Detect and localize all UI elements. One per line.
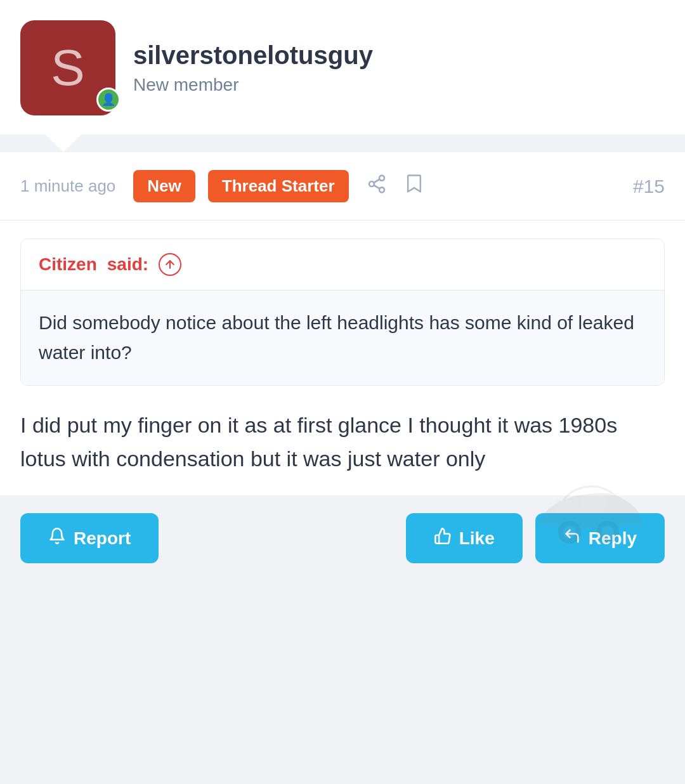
svg-line-3 — [374, 185, 379, 188]
avatar-letter: S — [51, 39, 84, 97]
post-text-wrapper: I did put my finger on it as at first gl… — [20, 408, 665, 475]
triangle-wrapper — [0, 134, 685, 152]
badge-new[interactable]: New — [133, 170, 195, 202]
header-bottom — [0, 115, 685, 134]
avatar-wrapper: S 👤 — [20, 20, 115, 115]
bell-icon — [48, 527, 66, 549]
quote-block: Citizen said: Did somebody notice about … — [20, 238, 665, 386]
like-label: Like — [459, 528, 495, 549]
like-button[interactable]: Like — [406, 513, 523, 563]
username: silverstonelotusguy — [133, 41, 373, 70]
svg-rect-10 — [579, 495, 604, 509]
post-meta: 1 minute ago New Thread Starter #15 — [0, 152, 685, 221]
svg-point-7 — [563, 526, 576, 539]
share-icon[interactable] — [367, 174, 387, 199]
meta-icons — [367, 174, 424, 199]
post-content: Citizen said: Did somebody notice about … — [0, 221, 685, 495]
badge-thread-starter[interactable]: Thread Starter — [208, 170, 349, 202]
quote-said-label: said: — [107, 254, 148, 275]
quote-text: Did somebody notice about the left headl… — [39, 308, 646, 367]
report-button[interactable]: Report — [20, 513, 159, 563]
watermark-icon — [525, 447, 652, 573]
quote-up-arrow-icon[interactable] — [159, 253, 181, 276]
post-timestamp: 1 minute ago — [20, 176, 115, 196]
online-icon: 👤 — [101, 93, 115, 107]
report-label: Report — [74, 528, 131, 549]
bookmark-icon[interactable] — [405, 174, 424, 199]
svg-point-9 — [601, 526, 614, 539]
svg-rect-11 — [557, 500, 576, 512]
post-number: #15 — [633, 176, 665, 197]
svg-line-4 — [374, 180, 379, 183]
post-header: S 👤 silverstonelotusguy New member — [0, 0, 685, 115]
triangle-decoration — [46, 134, 81, 152]
post-container: S 👤 silverstonelotusguy New member 1 min… — [0, 0, 685, 589]
quote-header: Citizen said: — [21, 239, 664, 291]
avatar-status: 👤 — [96, 88, 121, 112]
user-info: silverstonelotusguy New member — [133, 41, 373, 95]
user-role: New member — [133, 75, 373, 95]
thumbs-up-icon — [434, 527, 452, 549]
quote-body: Did somebody notice about the left headl… — [21, 291, 664, 385]
quote-author: Citizen — [39, 254, 97, 275]
